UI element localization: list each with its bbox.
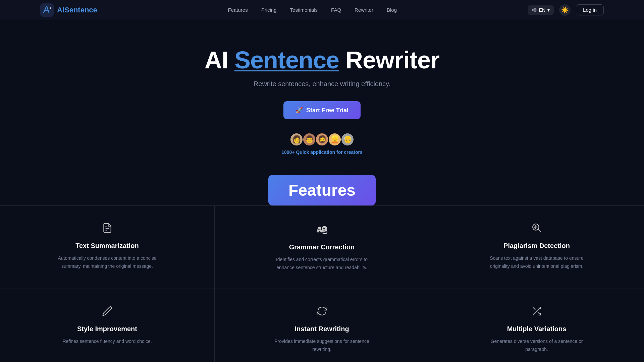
feature-title: Text Summarization [75, 242, 139, 250]
nav-item-faq[interactable]: FAQ [331, 7, 341, 13]
avatar: 👱 [328, 133, 341, 146]
svg-line-7 [538, 229, 541, 232]
feature-title: Instant Rewriting [294, 325, 349, 333]
nav-item-features[interactable]: Features [228, 7, 248, 13]
features-section: Text Summarization Automatically condens… [0, 205, 644, 362]
feature-card-style-improvement: Style Improvement Refines sentence fluen… [0, 289, 215, 362]
shuffle-icon [531, 306, 542, 319]
pencil-icon [102, 306, 113, 319]
login-button[interactable]: Log in [576, 4, 604, 15]
avatar: 🧔 [315, 133, 329, 146]
feature-description: Provides immediate suggestions for sente… [272, 338, 372, 354]
refresh-icon [317, 306, 327, 319]
svg-line-12 [538, 312, 541, 315]
features-badge: Features [268, 175, 376, 205]
avatar: 👨 [303, 133, 316, 146]
nav-item-pricing[interactable]: Pricing [261, 7, 277, 13]
search-zoom-icon [531, 223, 542, 236]
svg-line-13 [533, 307, 535, 310]
feature-title: Style Improvement [77, 325, 137, 333]
globe-icon [532, 7, 537, 13]
avatars-row: 👩 👨 🧔 👱 👴 [290, 133, 354, 146]
logo[interactable]: AISentence [40, 3, 97, 17]
feature-description: Automatically condenses content into a c… [57, 254, 158, 270]
cta-label: Start Free Trial [306, 107, 348, 114]
hero-section: AI Sentence Rewriter Rewrite sentences, … [0, 20, 644, 205]
feature-title: Grammar Correction [289, 243, 355, 251]
avatar: 👴 [341, 133, 354, 146]
hero-title: AI Sentence Rewriter [205, 47, 439, 73]
nav-item-testimonials[interactable]: Testimonials [290, 7, 318, 13]
feature-card-text-summarization: Text Summarization Automatically condens… [0, 206, 215, 289]
feature-card-grammar-correction: AB Grammar Correction Identifies and cor… [215, 206, 429, 289]
feature-title: Multiple Variations [507, 325, 567, 333]
theme-toggle[interactable]: ☀️ [559, 4, 571, 16]
language-selector[interactable]: EN ▾ [528, 5, 554, 15]
social-proof: 1000+ Quick application for creators [281, 149, 363, 155]
feature-card-instant-rewriting: Instant Rewriting Provides immediate sug… [215, 289, 429, 362]
feature-description: Scans text against a vast database to en… [486, 254, 587, 270]
nav-item-blog[interactable]: Blog [387, 7, 397, 13]
nav-right: EN ▾ ☀️ Log in [528, 4, 604, 16]
feature-description: Generates diverse versions of a sentence… [486, 338, 587, 354]
feature-description: Identifies and corrects grammatical erro… [272, 256, 372, 272]
feature-title: Plagiarism Detection [503, 242, 570, 250]
features-grid-row2: Style Improvement Refines sentence fluen… [0, 289, 644, 362]
logo-icon [40, 3, 54, 17]
feature-card-multiple-variations: Multiple Variations Generates diverse ve… [429, 289, 644, 362]
feature-card-plagiarism-detection: Plagiarism Detection Scans text against … [429, 206, 644, 289]
cta-button[interactable]: 🚀 Start Free Trial [283, 101, 361, 119]
navbar: AISentence Features Pricing Testimonials… [0, 0, 644, 20]
file-icon [102, 223, 113, 236]
hero-subtitle: Rewrite sentences, enhance writing effic… [254, 80, 390, 88]
svg-rect-0 [40, 3, 54, 17]
nav-item-rewriter[interactable]: Rewriter [355, 7, 373, 13]
cta-icon: 🚀 [296, 107, 303, 114]
feature-description: Refines sentence fluency and word choice… [62, 338, 152, 346]
avatar: 👩 [290, 133, 303, 146]
ab-icon: AB [316, 223, 328, 237]
svg-point-1 [532, 8, 536, 12]
brand-name: AISentence [57, 6, 97, 14]
nav-links: Features Pricing Testimonials FAQ Rewrit… [228, 7, 397, 13]
features-grid-row1: Text Summarization Automatically condens… [0, 205, 644, 289]
